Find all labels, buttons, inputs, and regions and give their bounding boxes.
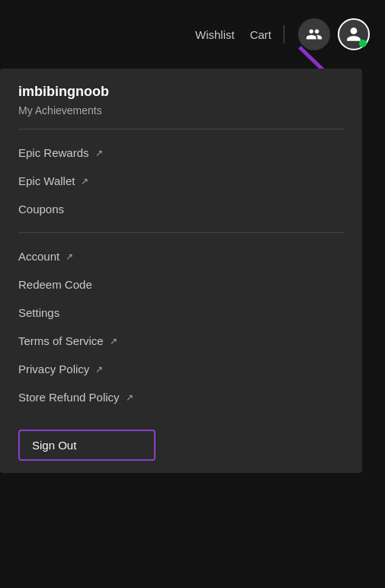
terms-of-service-item[interactable]: Terms of Service ↗ xyxy=(0,327,362,355)
privacy-policy-item[interactable]: Privacy Policy ↗ xyxy=(0,355,362,383)
external-link-icon-rewards: ↗ xyxy=(95,148,103,158)
topbar-divider xyxy=(284,25,284,43)
topbar-nav: Wishlist Cart xyxy=(195,28,271,41)
online-status-dot xyxy=(359,40,367,47)
sign-out-button[interactable]: Sign Out xyxy=(18,430,156,461)
epic-wallet-label: Epic Wallet xyxy=(18,174,75,187)
people-icon-button[interactable] xyxy=(298,18,330,50)
redeem-code-item[interactable]: Redeem Code xyxy=(0,270,362,299)
settings-label: Settings xyxy=(18,306,59,319)
my-achievements-link[interactable]: My Achievements xyxy=(18,104,344,117)
people-icon xyxy=(306,26,322,43)
redeem-code-label: Redeem Code xyxy=(18,278,92,291)
sign-out-container: Sign Out xyxy=(0,420,362,473)
topbar: Wishlist Cart xyxy=(0,0,385,69)
account-label: Account xyxy=(18,250,59,263)
terms-of-service-label: Terms of Service xyxy=(18,334,104,347)
dropdown-menu: imbibingnoob My Achievements Epic Reward… xyxy=(0,69,362,473)
store-refund-policy-label: Store Refund Policy xyxy=(18,391,120,404)
external-link-icon-account: ↗ xyxy=(66,251,73,262)
dropdown-header: imbibingnoob My Achievements xyxy=(0,69,362,129)
account-item[interactable]: Account ↗ xyxy=(0,242,362,270)
cart-nav-item[interactable]: Cart xyxy=(250,28,271,41)
user-icon-button[interactable] xyxy=(338,18,370,50)
settings-item[interactable]: Settings xyxy=(0,299,362,327)
external-link-icon-wallet: ↗ xyxy=(81,176,88,187)
epic-rewards-label: Epic Rewards xyxy=(18,146,89,159)
privacy-policy-label: Privacy Policy xyxy=(18,363,89,375)
dropdown-username: imbibingnoob xyxy=(18,84,344,100)
external-link-icon-refund: ↗ xyxy=(126,392,133,403)
epic-rewards-item[interactable]: Epic Rewards ↗ xyxy=(0,139,362,167)
dropdown-section-1: Epic Rewards ↗ Epic Wallet ↗ Coupons xyxy=(0,129,362,232)
coupons-item[interactable]: Coupons xyxy=(0,195,362,223)
epic-wallet-item[interactable]: Epic Wallet ↗ xyxy=(0,167,362,195)
wishlist-nav-item[interactable]: Wishlist xyxy=(195,28,235,41)
external-link-icon-tos: ↗ xyxy=(110,336,117,347)
coupons-label: Coupons xyxy=(18,203,64,216)
dropdown-section-2: Account ↗ Redeem Code Settings Terms of … xyxy=(0,233,362,420)
external-link-icon-privacy: ↗ xyxy=(95,364,103,375)
store-refund-policy-item[interactable]: Store Refund Policy ↗ xyxy=(0,383,362,411)
